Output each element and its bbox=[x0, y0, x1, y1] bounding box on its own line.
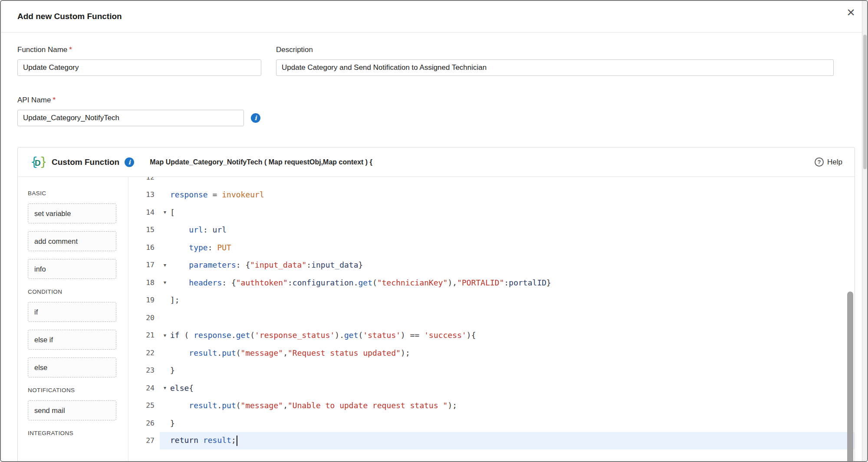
text-cursor bbox=[237, 436, 237, 446]
sidebar-action-else-if[interactable]: else if bbox=[28, 330, 116, 350]
code-line-15[interactable]: 15 url: url bbox=[128, 221, 855, 239]
code-line-19[interactable]: 19]; bbox=[128, 292, 855, 309]
sidebar-action-if[interactable]: if bbox=[28, 302, 116, 322]
description-input[interactable] bbox=[276, 59, 834, 76]
sidebar-action-send-mail[interactable]: send mail bbox=[28, 400, 116, 420]
api-info-icon[interactable]: i bbox=[251, 113, 260, 123]
sidebar-section-label: BASIC bbox=[28, 190, 128, 197]
required-asterisk: * bbox=[53, 96, 56, 104]
code-line-18[interactable]: 18▾ headers: {"authtoken":configuration.… bbox=[128, 274, 855, 292]
code-line-13[interactable]: 13response = invokeurl bbox=[128, 186, 855, 204]
panel-header: { D } Custom Function i Map Update_Categ… bbox=[18, 147, 855, 177]
svg-text:}: } bbox=[40, 155, 46, 169]
line-number: 26 bbox=[128, 419, 160, 427]
fold-arrow-icon[interactable]: ▾ bbox=[160, 332, 170, 338]
line-number: 14 bbox=[128, 208, 160, 216]
sidebar-action-info[interactable]: info bbox=[28, 259, 116, 279]
sidebar-section: CONDITIONifelse ifelse bbox=[28, 288, 128, 377]
code-line-26[interactable]: 26} bbox=[128, 414, 855, 432]
panel-info-icon[interactable]: i bbox=[125, 157, 134, 167]
code-line-16[interactable]: 16 type: PUT bbox=[128, 239, 855, 256]
panel-body: BASICset variableadd commentinfoCONDITIO… bbox=[18, 177, 855, 462]
fold-arrow-icon[interactable]: ▾ bbox=[160, 279, 170, 285]
add-custom-function-dialog: Add new Custom Function × Function Name*… bbox=[0, 0, 868, 462]
code-lines: 1213response = invokeurl14▾[15 url: url1… bbox=[128, 177, 855, 449]
code-text: } bbox=[170, 419, 175, 428]
function-name-input[interactable] bbox=[17, 59, 261, 76]
line-number: 21 bbox=[128, 331, 160, 339]
code-text: else{ bbox=[170, 383, 194, 393]
page-scrollbar[interactable] bbox=[862, 1, 867, 461]
page-scrollbar-thumb[interactable] bbox=[863, 35, 867, 169]
code-text: parameters: {"input_data":input_data} bbox=[170, 260, 363, 269]
sidebar-action-add-comment[interactable]: add comment bbox=[28, 231, 116, 251]
code-line-21[interactable]: 21▾if ( response.get('response_status').… bbox=[128, 327, 855, 344]
help-label: Help bbox=[827, 158, 842, 167]
editor-vertical-scrollbar-thumb[interactable] bbox=[847, 292, 853, 462]
help-button[interactable]: ? Help bbox=[815, 157, 842, 167]
editor-sidebar: BASICset variableadd commentinfoCONDITIO… bbox=[18, 177, 128, 462]
custom-function-panel: { D } Custom Function i Map Update_Categ… bbox=[17, 147, 855, 462]
line-number: 12 bbox=[128, 177, 160, 181]
sidebar-section: NOTIFICATIONSsend mail bbox=[28, 387, 128, 420]
fold-arrow-icon[interactable]: ▾ bbox=[160, 385, 170, 391]
line-number: 17 bbox=[128, 261, 160, 269]
code-line-20[interactable]: 20 bbox=[128, 309, 855, 327]
line-number: 23 bbox=[128, 366, 160, 374]
required-asterisk: * bbox=[69, 46, 72, 54]
sidebar-section-label: NOTIFICATIONS bbox=[28, 387, 128, 393]
code-line-25[interactable]: 25 result.put("message","Unable to updat… bbox=[128, 397, 855, 415]
code-text: result.put("message","Unable to update r… bbox=[170, 401, 457, 410]
fold-arrow-icon[interactable]: ▾ bbox=[160, 262, 170, 268]
dialog-header: Add new Custom Function × bbox=[1, 1, 867, 33]
line-number: 15 bbox=[128, 226, 160, 234]
code-line-22[interactable]: 22 result.put("message","Request status … bbox=[128, 344, 855, 362]
code-text: result.put("message","Request status upd… bbox=[170, 348, 410, 357]
code-text: type: PUT bbox=[170, 243, 231, 252]
dialog-body: Function Name* Description API Name* i {… bbox=[1, 46, 867, 462]
function-name-group: Function Name* bbox=[17, 46, 261, 76]
line-number: 24 bbox=[128, 384, 160, 392]
code-line-23[interactable]: 23} bbox=[128, 362, 855, 380]
code-text: return result; bbox=[170, 436, 237, 446]
sidebar-section: BASICset variableadd commentinfo bbox=[28, 190, 128, 279]
line-number: 20 bbox=[128, 314, 160, 322]
panel-title: Custom Function bbox=[52, 157, 119, 167]
code-text: ]; bbox=[170, 295, 180, 305]
help-icon: ? bbox=[815, 157, 824, 167]
sidebar-section-label: CONDITION bbox=[28, 288, 128, 295]
close-icon[interactable]: × bbox=[847, 5, 855, 19]
sidebar-section-label: INTEGRATIONS bbox=[28, 430, 128, 436]
api-name-group: API Name* bbox=[17, 96, 244, 126]
code-text: response = invokeurl bbox=[170, 190, 264, 199]
line-number: 22 bbox=[128, 349, 160, 357]
code-editor[interactable]: 1213response = invokeurl14▾[15 url: url1… bbox=[128, 177, 855, 462]
code-text: url: url bbox=[170, 225, 227, 234]
line-number: 13 bbox=[128, 190, 160, 199]
api-name-label: API Name bbox=[17, 96, 51, 105]
code-text: } bbox=[170, 366, 175, 375]
fold-arrow-icon[interactable]: ▾ bbox=[160, 209, 170, 215]
code-line-12[interactable]: 12 bbox=[128, 177, 855, 186]
line-number: 27 bbox=[128, 436, 160, 445]
sidebar-action-set-variable[interactable]: set variable bbox=[28, 203, 116, 223]
code-text: if ( response.get('response_status').get… bbox=[170, 331, 476, 340]
deluge-logo-icon: { D } bbox=[30, 154, 46, 170]
description-label: Description bbox=[276, 46, 313, 54]
function-signature: Map Update_Category_NotifyTech ( Map req… bbox=[150, 158, 372, 166]
sidebar-action-else[interactable]: else bbox=[28, 357, 116, 377]
code-line-17[interactable]: 17▾ parameters: {"input_data":input_data… bbox=[128, 256, 855, 274]
dialog-title: Add new Custom Function bbox=[17, 12, 122, 21]
line-number: 19 bbox=[128, 296, 160, 304]
code-line-14[interactable]: 14▾[ bbox=[128, 203, 855, 221]
description-group: Description bbox=[276, 46, 834, 76]
sidebar-section: INTEGRATIONS bbox=[28, 430, 128, 436]
line-number: 16 bbox=[128, 243, 160, 252]
code-text: headers: {"authtoken":configuration.get(… bbox=[170, 278, 551, 287]
api-name-input[interactable] bbox=[17, 110, 244, 126]
line-number: 25 bbox=[128, 401, 160, 410]
code-text: [ bbox=[170, 208, 175, 217]
code-line-24[interactable]: 24▾else{ bbox=[128, 379, 855, 397]
code-line-27[interactable]: 27return result; bbox=[128, 432, 855, 450]
line-number: 18 bbox=[128, 279, 160, 287]
